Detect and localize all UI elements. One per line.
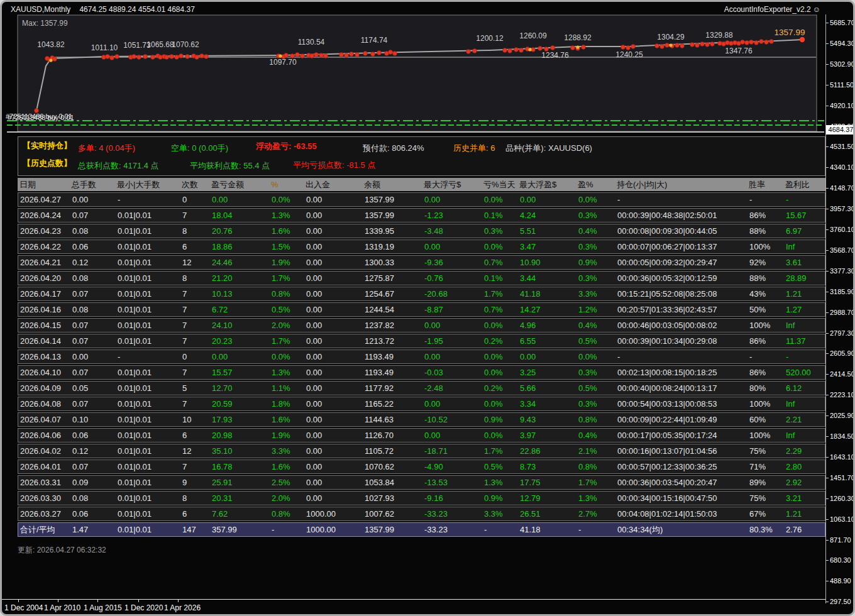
price-axis-tick	[826, 540, 829, 541]
time-axis[interactable]: 1 Dec 20041 Apr 20101 Aug 20151 Dec 2020…	[2, 599, 825, 614]
trade-dot	[310, 54, 314, 58]
table-cell: -	[116, 195, 180, 204]
table-cell: 0.3%	[576, 211, 615, 220]
table-cell: -8.87	[422, 305, 482, 314]
table-cell: 0.07	[70, 321, 116, 330]
table-cell: 2.1%	[576, 446, 615, 456]
trade-dot	[350, 52, 354, 57]
table-cell: 2026.03.27	[18, 509, 70, 519]
table-cell: 1.9%	[270, 431, 304, 440]
table-cell: 20.98	[210, 431, 270, 440]
table-cell: 6	[180, 431, 210, 440]
table-cell: 20.59	[210, 399, 270, 409]
trade-dot-yellow	[49, 58, 52, 62]
trade-dot	[106, 55, 110, 59]
table-cell: 0.01|0.01	[116, 258, 180, 267]
table-cell: 100%	[747, 399, 784, 409]
table-cell: 00:00:54|00:03:13|00:08:53	[615, 399, 747, 409]
table-row: 2026.04.240.070.01|0.01718.041.3%0.00135…	[18, 208, 825, 223]
table-cell: -	[784, 195, 826, 204]
table-header-cell: 盈亏金额	[209, 179, 269, 190]
table-cell: 12	[180, 258, 210, 267]
trade-dot	[582, 45, 586, 50]
table-cell: 3.97	[518, 431, 576, 440]
price-axis-tick	[826, 188, 829, 189]
trade-dot	[393, 52, 397, 56]
trade-dot	[301, 54, 305, 58]
table-cell: 0.0%	[482, 399, 518, 409]
table-cell: 0.01|0.01	[116, 273, 180, 283]
realtime-position-key: 【实时持仓】	[23, 140, 72, 151]
table-cell: -18.71	[422, 446, 482, 456]
trade-dot-yellow	[576, 45, 579, 48]
table-cell: 0.8%	[576, 462, 615, 471]
table-cell: 41.18	[518, 525, 576, 534]
table-cell: 1.7%	[482, 446, 518, 456]
table-cell: 1300.33	[363, 258, 422, 267]
trade-dot	[151, 55, 155, 60]
price-axis-label: 1643.10	[830, 453, 855, 461]
table-cell: 1.8%	[270, 399, 304, 409]
trade-dot	[571, 46, 575, 50]
table-cell: 3.47	[518, 242, 576, 251]
table-cell: -33.23	[422, 509, 482, 519]
trade-dot	[538, 47, 543, 51]
table-cell: -20.68	[422, 289, 482, 299]
price-axis-tick	[826, 415, 829, 416]
table-cell: 00:00:40|00:08:24|00:13:17	[615, 383, 747, 393]
trade-dot	[179, 54, 184, 58]
table-cell: 75%	[747, 446, 784, 456]
table-cell: 2026.04.17	[18, 289, 70, 299]
table-cell: 0.00	[304, 399, 363, 409]
table-cell: 6.12	[784, 383, 826, 393]
price-axis-tick	[826, 229, 829, 230]
table-cell: 2026.04.23	[18, 226, 70, 236]
table-cell: 0.9%	[482, 415, 518, 424]
price-axis-label: 3957.30	[830, 205, 855, 212]
table-cell: 0.3%	[576, 399, 615, 409]
table-cell: 0.08	[70, 226, 116, 236]
price-axis-label: 2988.70	[830, 309, 855, 316]
table-cell: 0.0%	[482, 352, 518, 361]
trade-dot	[660, 45, 665, 49]
balance-chart[interactable]: Max: 1357.991043.821011.101051.731065.68…	[2, 2, 855, 135]
table-cell: 00:00:16|00:13:07|01:04:56	[615, 446, 747, 456]
table-cell: 80.3%	[747, 525, 784, 534]
table-cell: 14.27	[518, 305, 576, 314]
table-cell: 100%	[747, 321, 784, 330]
table-cell: 1237.82	[363, 321, 422, 330]
trade-dot	[355, 53, 360, 57]
table-cell: 00:02:13|00:08:15|00:18:25	[615, 368, 747, 377]
table-cell: 71%	[747, 462, 784, 471]
table-row: 2026.04.140.070.01|0.01720.231.7%0.00121…	[18, 334, 825, 348]
table-cell: 0.4%	[576, 321, 615, 330]
table-cell: 1.21	[784, 289, 826, 299]
trade-dot	[143, 55, 148, 59]
table-cell: 1357.99	[363, 195, 422, 204]
total-win-points-value: 总获利点数: 4171.4 点	[78, 160, 159, 172]
table-cell: 1.6%	[270, 462, 304, 471]
price-axis-tick	[826, 602, 829, 602]
table-cell: 0.08	[70, 493, 116, 503]
table-cell: 520.00	[784, 368, 826, 377]
table-cell: 6	[180, 509, 210, 519]
floating-pl-value: 浮动盈亏: -63.55	[256, 141, 317, 152]
table-cell: 2026.04.08	[18, 399, 70, 409]
table-cell: 86%	[747, 368, 784, 377]
table-cell: 0.9%	[576, 258, 615, 267]
trade-dot	[680, 44, 685, 48]
trade-dot	[718, 41, 722, 46]
chart-plot-area	[18, 15, 817, 131]
table-cell: 0.00	[304, 446, 363, 456]
price-axis-label: 5685.70	[830, 19, 855, 26]
table-cell: 100%	[747, 431, 784, 440]
table-cell: 1.47	[70, 525, 116, 534]
table-cell: 1.3%	[482, 478, 518, 487]
table-cell: 3.21	[784, 493, 826, 503]
balance-point-label: 1130.54	[298, 38, 325, 47]
table-cell: 0.9%	[482, 493, 518, 503]
table-cell: 1144.63	[363, 415, 422, 424]
table-row: 2026.04.060.060.01|0.01620.981.9%0.00112…	[18, 428, 825, 443]
table-cell: 0.00	[70, 352, 116, 361]
table-cell: 2026.04.27	[18, 195, 70, 204]
